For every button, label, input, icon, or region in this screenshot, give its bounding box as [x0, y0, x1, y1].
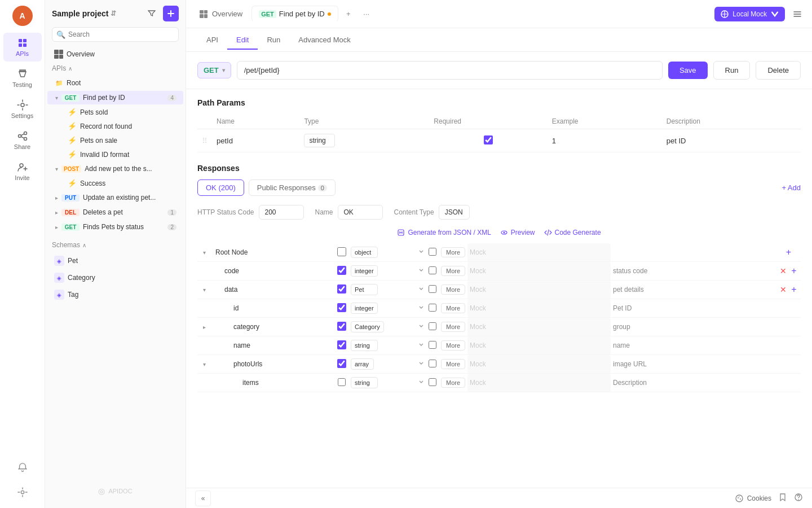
sidebar-item-settings[interactable]: Settings — [3, 95, 42, 124]
more-button[interactable]: More — [441, 378, 465, 388]
nav-sub-invalid-id[interactable]: ⚡ Invalid ID format — [47, 148, 183, 161]
field-checkbox[interactable] — [337, 359, 346, 368]
field-checkbox[interactable] — [337, 322, 346, 331]
add-field-button[interactable]: + — [789, 266, 798, 275]
more-checkbox[interactable] — [429, 304, 436, 312]
remove-field-button[interactable]: ✕ — [779, 266, 788, 275]
nav-item-add-pet[interactable]: ▾ POST Add new pet to the s... — [47, 162, 183, 176]
tab-api[interactable]: API — [197, 31, 227, 50]
more-button[interactable]: More — [441, 303, 465, 313]
sidebar-item-share[interactable]: Share — [3, 126, 42, 155]
remove-field-button[interactable]: ✕ — [779, 285, 788, 294]
more-checkbox[interactable] — [429, 248, 436, 256]
more-checkbox[interactable] — [429, 285, 436, 293]
expand-button[interactable]: ▾ — [200, 248, 209, 257]
more-button[interactable]: More — [441, 284, 465, 295]
more-checkbox[interactable] — [429, 360, 436, 367]
mock-value[interactable]: Mock — [467, 262, 611, 281]
drag-handle[interactable]: ⠿ — [202, 137, 208, 145]
field-checkbox[interactable] — [337, 247, 346, 256]
tab-edit[interactable]: Edit — [227, 31, 258, 50]
mock-value[interactable]: Mock — [467, 374, 611, 392]
filter-button[interactable] — [144, 6, 160, 21]
sidebar-item-testing[interactable]: Testing — [3, 64, 42, 93]
expand-button[interactable]: ▸ — [200, 322, 209, 331]
nav-sub-pets-sold[interactable]: ⚡ Pets sold — [47, 106, 183, 119]
field-checkbox[interactable] — [337, 284, 346, 294]
name-input[interactable] — [338, 205, 383, 220]
more-button[interactable]: More — [441, 340, 465, 351]
cookies-button[interactable]: Cookies — [735, 494, 771, 503]
code-generate-link[interactable]: Code Generate — [544, 229, 601, 237]
nav-overview[interactable]: Overview — [47, 47, 183, 62]
nav-item-find-pets-status[interactable]: ▸ GET Finds Pets by status 2 — [47, 220, 183, 234]
more-button[interactable]: More — [441, 247, 465, 257]
method-selector[interactable]: GET ▾ — [197, 62, 231, 78]
response-tab-public[interactable]: Public Responses 0 — [249, 179, 336, 196]
nav-sub-pets-on-sale[interactable]: ⚡ Pets on sale — [47, 134, 183, 147]
expand-button[interactable]: ▾ — [200, 285, 209, 294]
type-select[interactable]: string integer — [304, 134, 335, 147]
save-button[interactable]: Save — [668, 62, 708, 79]
type-select[interactable]: integer string — [351, 303, 378, 314]
type-select[interactable]: string integer — [351, 340, 378, 351]
type-select[interactable]: string integer — [351, 377, 378, 388]
field-checkbox[interactable] — [337, 340, 346, 349]
help-button[interactable] — [794, 493, 803, 503]
sidebar-item-invite[interactable]: Invite — [3, 157, 42, 186]
settings-button[interactable] — [12, 482, 33, 502]
content-type-select[interactable]: JSON XML — [439, 205, 470, 220]
nav-schema-pet[interactable]: ◈ Pet — [47, 253, 183, 269]
env-selector[interactable]: Local Mock — [714, 7, 785, 21]
mock-value[interactable]: Mock — [467, 243, 611, 262]
required-checkbox[interactable] — [484, 135, 493, 144]
tab-overview[interactable]: Overview — [193, 6, 249, 21]
type-select[interactable]: integer string object — [351, 265, 378, 277]
collapse-button[interactable]: « — [195, 491, 211, 506]
type-select[interactable]: array string — [351, 358, 374, 370]
tab-more-button[interactable]: ··· — [359, 6, 374, 22]
nav-item-delete-pet[interactable]: ▸ DEL Deletes a pet 1 — [47, 205, 183, 219]
nav-schema-tag[interactable]: ◈ Tag — [47, 287, 183, 303]
more-checkbox[interactable] — [429, 266, 436, 274]
field-checkbox[interactable] — [337, 266, 346, 275]
mock-value[interactable]: Mock — [467, 281, 611, 299]
field-checkbox[interactable] — [337, 303, 346, 312]
type-select[interactable]: Pet string integer — [351, 284, 378, 295]
nav-sub-record-not-found[interactable]: ⚡ Record not found — [47, 120, 183, 133]
hamburger-menu[interactable] — [789, 6, 805, 22]
add-response-link[interactable]: + Add — [782, 183, 801, 192]
tab-add-button[interactable]: + — [341, 6, 356, 22]
more-button[interactable]: More — [441, 266, 465, 276]
nav-item-update-pet[interactable]: ▸ PUT Update an existing pet... — [47, 191, 183, 204]
expand-button[interactable]: ▾ — [200, 360, 209, 369]
status-code-input[interactable] — [259, 205, 304, 220]
tab-find-pet[interactable]: GET Find pet by ID — [251, 6, 338, 22]
mock-value[interactable]: Mock — [467, 336, 611, 355]
preview-link[interactable]: Preview — [500, 229, 535, 237]
add-button[interactable] — [163, 6, 179, 21]
generate-json-link[interactable]: Generate from JSON / XML — [397, 229, 491, 237]
nav-schema-category[interactable]: ◈ Category — [47, 270, 183, 286]
add-field-button[interactable]: + — [784, 248, 793, 257]
more-checkbox[interactable] — [429, 341, 436, 349]
nav-root[interactable]: 📁 Root — [47, 76, 183, 90]
more-checkbox[interactable] — [429, 378, 436, 386]
search-input[interactable] — [52, 27, 179, 42]
nav-item-find-pet[interactable]: ▾ GET Find pet by ID 4 — [47, 91, 183, 104]
mock-value[interactable]: Mock — [467, 318, 611, 336]
field-checkbox[interactable] — [338, 378, 346, 386]
sidebar-item-apis[interactable]: APIs — [3, 33, 42, 62]
run-button[interactable]: Run — [713, 61, 751, 80]
more-button[interactable]: More — [441, 322, 465, 332]
more-checkbox[interactable] — [429, 322, 436, 330]
nav-sub-success[interactable]: ⚡ Success — [47, 177, 183, 190]
bookmark-button[interactable] — [778, 493, 787, 503]
type-select[interactable]: Category string — [351, 321, 384, 332]
url-input[interactable] — [237, 61, 663, 80]
delete-button[interactable]: Delete — [756, 61, 801, 80]
mock-value[interactable]: Mock — [467, 299, 611, 318]
tab-run[interactable]: Run — [258, 31, 289, 50]
more-button[interactable]: More — [441, 359, 465, 369]
mock-value[interactable]: Mock — [467, 355, 611, 374]
